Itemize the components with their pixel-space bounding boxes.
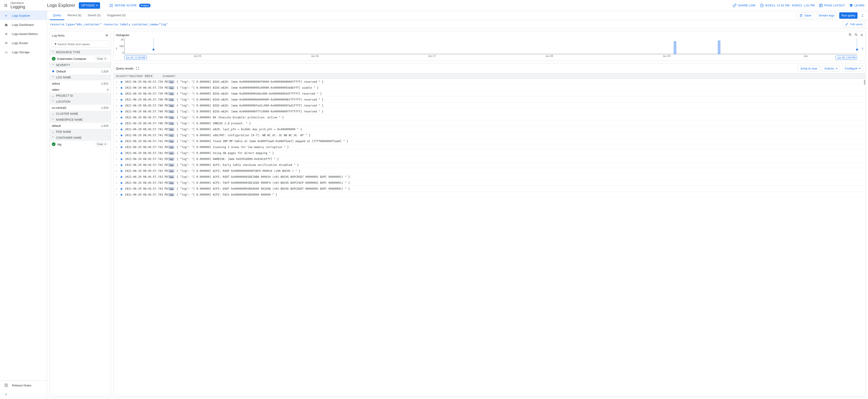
- section-container-name[interactable]: ⌃CONTAINER NAME: [50, 135, 111, 141]
- field-container-log[interactable]: ✓ log Clear ✕: [50, 141, 111, 148]
- log-row[interactable]: ›✱2021-06-29 08:45:57.743 PDTlog{ "log":…: [114, 174, 866, 180]
- query-bar[interactable]: resource.type="k8s_container" resource.l…: [47, 20, 868, 29]
- log-badge[interactable]: log: [168, 128, 174, 131]
- tab-recent[interactable]: Recent (6): [64, 11, 85, 20]
- run-query-button[interactable]: Run query: [839, 12, 858, 19]
- log-row[interactable]: ›✱2021-06-29 08:45:57.741 PDTlog{ "log":…: [114, 126, 866, 132]
- share-link-button[interactable]: SHARE LINK: [733, 3, 755, 7]
- section-cluster-name[interactable]: ⌄CLUSTER NAME: [50, 111, 111, 117]
- log-row[interactable]: ›✱2021-06-29 08:45:57.740 PDTlog{ "log":…: [114, 97, 866, 102]
- page-layout-button[interactable]: PAGE LAYOUT: [819, 3, 845, 7]
- chevron-right-icon[interactable]: ›: [116, 128, 118, 131]
- field-stdout[interactable]: stdout 1,822: [50, 81, 111, 87]
- log-badge[interactable]: log: [168, 163, 174, 166]
- section-pod-name[interactable]: ⌄POD NAME: [50, 129, 111, 135]
- field-kubernetes-container[interactable]: ✓ Kubernetes Container Clear ✕: [50, 55, 111, 62]
- log-badge[interactable]: log: [168, 181, 174, 184]
- chevron-right-icon[interactable]: ›: [116, 163, 118, 166]
- zoom-out-icon[interactable]: [854, 33, 858, 37]
- chevron-right-icon[interactable]: ›: [116, 134, 118, 137]
- range-start-chip[interactable]: Jun 24, 11:00 AM: [124, 56, 147, 60]
- stream-button[interactable]: Stream logs: [816, 12, 837, 19]
- section-namespace-name[interactable]: ⌃NAMESPACE NAME: [50, 117, 111, 123]
- chevron-right-icon[interactable]: ›: [116, 122, 118, 125]
- log-badge[interactable]: log: [168, 169, 174, 173]
- log-badge[interactable]: log: [168, 193, 174, 196]
- chevron-right-icon[interactable]: ›: [116, 187, 118, 190]
- log-badge[interactable]: log: [168, 98, 174, 101]
- section-log-name[interactable]: ⌃LOG NAME: [50, 74, 111, 81]
- log-row[interactable]: ›✱2021-06-29 08:45:57.739 PDTlog{ "log":…: [114, 79, 866, 85]
- log-row[interactable]: ›✱2021-06-29 08:45:57.741 PDTlog{ "log":…: [114, 132, 866, 138]
- refine-scope-button[interactable]: REFINE SCOPE: [107, 2, 139, 9]
- log-badge[interactable]: log: [168, 80, 174, 84]
- chevron-right-icon[interactable]: ›: [116, 104, 118, 107]
- log-badge[interactable]: log: [168, 110, 174, 113]
- save-button[interactable]: Save: [797, 12, 814, 19]
- chevron-right-icon[interactable]: ›: [116, 86, 118, 89]
- zoom-in-icon[interactable]: [848, 33, 852, 37]
- close-icon[interactable]: ✕: [860, 33, 863, 37]
- log-row[interactable]: ›✱2021-06-29 08:45:57.742 PDTlog{ "log":…: [114, 156, 866, 162]
- timezone-selector[interactable]: PDT: [144, 74, 154, 78]
- log-row[interactable]: ›✱2021-06-29 08:45:57.743 PDTlog{ "log":…: [114, 180, 866, 186]
- log-badge[interactable]: log: [168, 104, 174, 107]
- log-row[interactable]: ›✱2021-06-29 08:45:57.742 PDTlog{ "log":…: [114, 150, 866, 156]
- chevron-right-icon[interactable]: ›: [116, 140, 118, 143]
- log-row[interactable]: ›✱2021-06-29 08:45:57.740 PDTlog{ "log":…: [114, 109, 866, 115]
- sidebar-item-logs-dashboard[interactable]: ▦Logs Dashboard: [0, 20, 47, 29]
- sidebar-item-logs-storage[interactable]: ▭Logs Storage: [0, 48, 47, 57]
- log-badge[interactable]: log: [168, 146, 174, 149]
- log-badge[interactable]: log: [168, 187, 174, 190]
- chevron-right-icon[interactable]: ›: [116, 175, 118, 179]
- results-rows[interactable]: ›✱2021-06-29 08:45:57.739 PDTlog{ "log":…: [114, 79, 866, 397]
- field-severity-default[interactable]: ✱ Default 1,826: [50, 68, 111, 74]
- log-row[interactable]: ›✱2021-06-29 08:45:57.742 PDTlog{ "log":…: [114, 162, 866, 168]
- log-row[interactable]: ›✱2021-06-29 08:45:57.741 PDTlog{ "log":…: [114, 138, 866, 144]
- configure-button[interactable]: Configure: [842, 65, 863, 71]
- histogram-chart[interactable]: 1K 500 0: [124, 38, 857, 59]
- tab-suggested[interactable]: Suggested (0): [104, 11, 129, 20]
- learn-button[interactable]: LEARN: [849, 3, 864, 7]
- actions-button[interactable]: Actions: [822, 65, 840, 71]
- log-row[interactable]: ›✱2021-06-29 08:45:57.740 PDTlog{ "log":…: [114, 120, 866, 126]
- log-badge[interactable]: log: [168, 152, 174, 155]
- log-row[interactable]: ›✱2021-06-29 08:45:57.740 PDTlog{ "log":…: [114, 102, 866, 109]
- fullscreen-icon[interactable]: [136, 66, 140, 70]
- time-range-button[interactable]: 6/24/21, 12:41 PM - 6/30/21, 1:41 PM: [760, 3, 815, 7]
- chevron-right-icon[interactable]: ›: [116, 116, 118, 119]
- log-badge[interactable]: log: [168, 116, 174, 119]
- chevron-right-icon[interactable]: ›: [116, 169, 118, 173]
- log-row[interactable]: ›✱2021-06-29 08:45:57.743 PDTlog{ "log":…: [114, 192, 866, 198]
- log-badge[interactable]: log: [168, 175, 174, 179]
- chevron-right-icon[interactable]: ›: [116, 146, 118, 149]
- section-resource-type[interactable]: ⌃RESOURCE TYPE: [50, 49, 111, 55]
- log-row[interactable]: ›✱2021-06-29 08:45:57.739 PDTlog{ "log":…: [114, 85, 866, 91]
- scope-pill[interactable]: Project: [139, 4, 151, 7]
- field-location[interactable]: us-central1 1,826: [50, 105, 111, 111]
- log-row[interactable]: ›✱2021-06-29 08:45:57.742 PDTlog{ "log":…: [114, 168, 866, 174]
- log-badge[interactable]: log: [168, 86, 174, 89]
- log-badge[interactable]: log: [168, 134, 174, 137]
- section-location[interactable]: ⌃LOCATION: [50, 99, 111, 105]
- chevron-right-icon[interactable]: ›: [116, 193, 118, 196]
- chevron-right-icon[interactable]: ›: [116, 92, 118, 95]
- sidebar-item-logs-router[interactable]: ⇄Logs Router: [0, 38, 47, 48]
- edit-query-button[interactable]: Edit query: [842, 21, 865, 27]
- section-severity[interactable]: ⌃SEVERITY: [50, 62, 111, 68]
- range-end-chip[interactable]: Jun 30, 2:00 PM: [836, 56, 857, 60]
- chevron-right-icon[interactable]: ›: [116, 80, 118, 84]
- close-icon[interactable]: ✕: [105, 33, 108, 38]
- clear-resource-type[interactable]: Clear ✕: [95, 57, 108, 61]
- chevron-right-icon[interactable]: ›: [862, 45, 863, 51]
- jump-to-now-button[interactable]: Jump to now: [798, 65, 819, 71]
- log-fields-search-input[interactable]: [58, 42, 107, 46]
- tab-query[interactable]: Query: [50, 11, 64, 20]
- hamburger-icon[interactable]: [4, 3, 8, 7]
- section-project-id[interactable]: ⌄PROJECT ID: [50, 93, 111, 99]
- log-badge[interactable]: log: [168, 140, 174, 143]
- log-row[interactable]: ›✱2021-06-29 08:45:57.739 PDTlog{ "log":…: [114, 91, 866, 97]
- sidebar-item-logs-explorer[interactable]: ≡Logs Explorer: [0, 11, 47, 20]
- log-badge[interactable]: log: [168, 157, 174, 161]
- sidebar-item-logs-based-metrics[interactable]: ıllLogs-based Metrics: [0, 29, 47, 38]
